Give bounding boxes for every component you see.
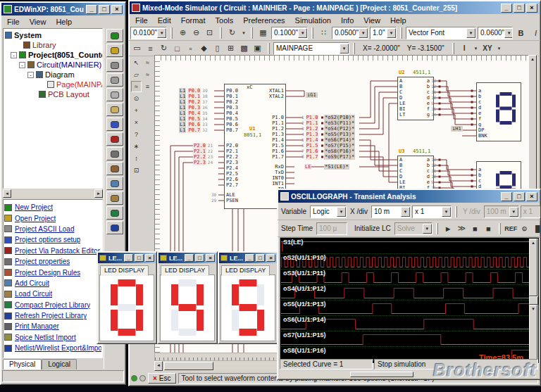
project-action-link[interactable]: Spice Netlist Import [4, 332, 101, 343]
chevron-down-icon[interactable]: ▼ [157, 28, 166, 38]
font-size-combo[interactable]: 0.0600"▼ [478, 27, 513, 39]
bus-wave-icon[interactable]: ≡ [142, 81, 153, 92]
esc-button[interactable]: ×Esc [148, 373, 176, 384]
add-tool-icon[interactable]: + [131, 105, 142, 116]
titlebar[interactable]: LE... _□× [158, 253, 216, 263]
minimize-button[interactable]: _ [185, 254, 194, 262]
chevron-down-icon[interactable]: ▼ [496, 42, 503, 55]
logic-wave-icon[interactable]: ≈ [142, 57, 153, 68]
highlight-icon[interactable]: ◆ [197, 42, 211, 55]
menu-item[interactable]: File [2, 18, 25, 26]
project-action-link[interactable]: Project properties [4, 256, 101, 267]
chevron-down-icon[interactable]: ▼ [442, 207, 451, 217]
tree-root-system[interactable]: System [5, 30, 101, 40]
ref-icon[interactable]: REF [504, 222, 518, 235]
lasso-tool-icon[interactable]: ▱ [131, 69, 142, 80]
waveform-channel[interactable]: oS5(U1/1:P13) [281, 301, 529, 316]
redraw-icon[interactable]: ↻ [225, 26, 239, 39]
tab-led-display[interactable]: LED DISPLAY [100, 265, 149, 276]
tab-led-display[interactable]: LED DISPLAY [221, 265, 270, 276]
probe-tool-icon[interactable]: ⊙ [131, 93, 142, 104]
properties-icon[interactable] [106, 147, 123, 160]
select-tool-icon[interactable]: ↖ [131, 57, 142, 68]
tab-led-display[interactable]: LED DISPLAY [161, 265, 209, 276]
step-icon[interactable]: ≫ [455, 222, 468, 235]
box-tool-icon[interactable]: ⊡ [131, 165, 142, 176]
chevron-down-icon[interactable]: ▼ [387, 28, 396, 38]
maximize-button[interactable]: □ [135, 254, 144, 262]
wire-tool-icon[interactable]: ≈ [131, 81, 142, 92]
tree-item[interactable]: -Circuit(MAINHIER) [5, 60, 101, 70]
titlebar[interactable]: LE... _□× [219, 253, 277, 263]
grid-step-combo[interactable]: 0.0100"▼ [130, 27, 167, 39]
move-tool-icon[interactable]: ↕ [131, 153, 142, 164]
scroll-up-icon[interactable]: ▲ [529, 239, 537, 296]
scale-combo[interactable]: 1.0"▼ [370, 27, 397, 39]
menu-item[interactable]: Preferences [238, 16, 290, 25]
bitmap-icon[interactable]: ▩ [237, 42, 251, 55]
menu-item[interactable]: View [359, 16, 385, 25]
units-button[interactable]: I [458, 42, 471, 55]
page-combo[interactable]: MAINPAGE▼ [273, 42, 349, 55]
minimize-button[interactable]: _ [86, 5, 97, 14]
delete-tool-icon[interactable]: × [131, 117, 142, 128]
new-sheet-icon[interactable]: □ [170, 42, 184, 55]
waveform-horizontal-scrollbar[interactable] [280, 371, 538, 378]
reload-icon[interactable]: ↻ [157, 42, 170, 55]
tree-expander[interactable]: - [19, 62, 25, 68]
menu-item[interactable]: Simulation [290, 16, 336, 25]
project-action-link[interactable]: Open Project [4, 213, 101, 223]
chevron-down-icon[interactable]: ▼ [504, 28, 513, 38]
chevron-down-icon[interactable]: ▼ [340, 44, 349, 53]
paste-icon[interactable] [106, 103, 123, 116]
waveform-channel[interactable]: S1(LE) [281, 239, 529, 254]
analog-wave-icon[interactable]: ≈ [142, 69, 153, 80]
save-icon[interactable] [106, 58, 123, 72]
chevron-down-icon[interactable]: ▼ [466, 28, 475, 38]
xy-mode-button[interactable]: XY [481, 42, 495, 55]
bold-button[interactable]: B [514, 26, 528, 39]
scrollbar-thumb[interactable] [350, 372, 413, 377]
menu-item[interactable]: Help [51, 18, 77, 26]
tree-horizontal-scrollbar[interactable]: ◄ ► [3, 189, 103, 198]
tree-item[interactable]: Library [5, 40, 101, 50]
italic-button[interactable]: I [529, 26, 540, 39]
waveform-vertical-scrollbar[interactable]: ▲ ▼ [529, 239, 538, 362]
menu-item[interactable]: Edit [153, 16, 176, 25]
select-area-icon[interactable]: ▫ [184, 42, 197, 55]
scroll-left-icon[interactable]: ◄ [154, 361, 163, 371]
close-button[interactable]: × [526, 192, 537, 201]
titlebar[interactable]: LE... _□× [98, 253, 156, 263]
waveform-channel[interactable]: oS2(U1/1:P10) [281, 254, 529, 270]
contrast-icon[interactable]: █ [531, 222, 540, 235]
merge-icon[interactable]: ⊞ [224, 42, 237, 55]
menu-item[interactable]: Tools [211, 16, 239, 25]
project-action-link[interactable]: Project options setup [4, 234, 101, 245]
chevron-down-icon[interactable]: ▼ [401, 207, 410, 217]
minimize-button[interactable]: _ [245, 254, 254, 262]
load-circuit-icon[interactable] [106, 191, 123, 205]
scroll-left-icon[interactable]: ◄ [3, 189, 11, 198]
marker-tool-icon[interactable]: ∗ [131, 141, 142, 152]
save-as-icon[interactable] [106, 73, 123, 87]
snap-grid-icon[interactable]: ∷ [317, 26, 330, 39]
xdiv-combo[interactable]: 10 m▼ [371, 206, 411, 218]
project-action-link[interactable]: New Project [4, 202, 101, 213]
scroll-down-icon[interactable]: ▼ [529, 305, 537, 362]
chevron-down-icon[interactable]: ▼ [337, 207, 346, 217]
run-icon[interactable]: ► [442, 222, 455, 235]
design-rules-icon[interactable] [106, 162, 123, 175]
project-action-link[interactable]: Load Circuit [4, 289, 101, 299]
close-button[interactable]: × [206, 254, 215, 262]
refresh-library-icon[interactable] [106, 221, 123, 234]
new-project-icon[interactable] [106, 29, 123, 42]
snap-spacing-combo[interactable]: 0.0500"▼ [332, 27, 368, 39]
maximize-button[interactable]: □ [256, 254, 265, 262]
waveform-channel[interactable]: oS7(U1/1:P15) [281, 331, 529, 347]
titlebar[interactable]: Mixed-Mode Simulator ( Circuit : MAINHIE… [130, 1, 540, 14]
via-editor-icon[interactable] [106, 132, 123, 146]
xmul-combo[interactable]: x 1▼ [412, 206, 452, 218]
maximize-button[interactable]: □ [514, 4, 525, 13]
grid-icon[interactable]: ▦ [256, 26, 270, 39]
maximize-button[interactable]: □ [99, 5, 110, 14]
